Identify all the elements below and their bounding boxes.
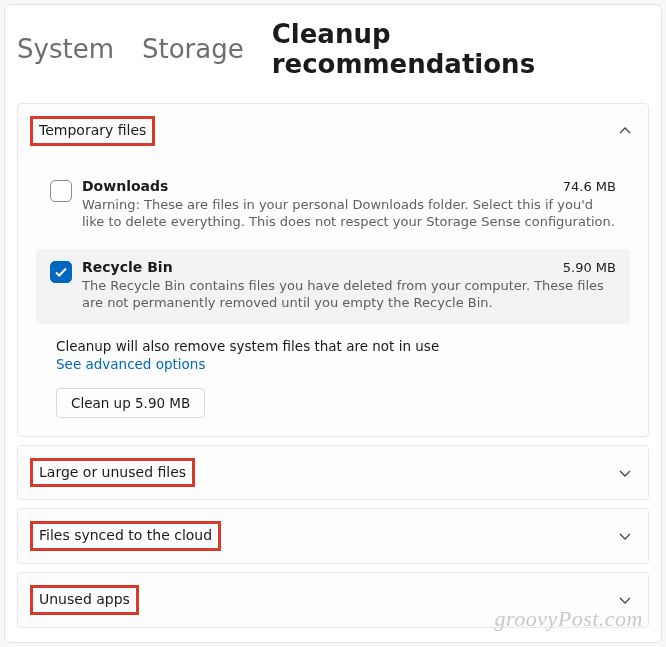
section-temporary-files: Temporary files Downloads 74.6 MB Warnin…	[17, 103, 649, 437]
item-description: Warning: These are files in your persona…	[82, 196, 616, 231]
section-unused-apps: Unused apps	[17, 572, 649, 628]
section-title: Temporary files	[30, 116, 155, 146]
chevron-up-icon	[618, 124, 632, 138]
item-title: Downloads	[82, 178, 168, 194]
item-description: The Recycle Bin contains files you have …	[82, 277, 616, 312]
cleanup-item-downloads: Downloads 74.6 MB Warning: These are fil…	[36, 168, 630, 243]
checkbox-downloads[interactable]	[50, 180, 72, 202]
section-header-temporary-files[interactable]: Temporary files	[18, 104, 648, 158]
section-header-unused-apps[interactable]: Unused apps	[18, 573, 648, 627]
section-header-cloud-files[interactable]: Files synced to the cloud	[18, 509, 648, 563]
cleanup-note: Cleanup will also remove system files th…	[56, 338, 630, 354]
cleanup-button[interactable]: Clean up 5.90 MB	[56, 388, 205, 418]
breadcrumb: System Storage Cleanup recommendations	[17, 19, 649, 79]
section-title: Unused apps	[30, 585, 139, 615]
breadcrumb-system[interactable]: System	[17, 34, 114, 64]
section-cloud-files: Files synced to the cloud	[17, 508, 649, 564]
breadcrumb-storage[interactable]: Storage	[142, 34, 244, 64]
chevron-down-icon	[618, 529, 632, 543]
section-body-temporary-files: Downloads 74.6 MB Warning: These are fil…	[18, 158, 648, 436]
item-size: 74.6 MB	[563, 179, 616, 194]
section-title: Files synced to the cloud	[30, 521, 221, 551]
section-large-files: Large or unused files	[17, 445, 649, 501]
chevron-down-icon	[618, 466, 632, 480]
item-title: Recycle Bin	[82, 259, 173, 275]
cleanup-item-recycle-bin: Recycle Bin 5.90 MB The Recycle Bin cont…	[36, 249, 630, 324]
page-title: Cleanup recommendations	[272, 19, 649, 79]
item-size: 5.90 MB	[563, 260, 616, 275]
see-advanced-options-link[interactable]: See advanced options	[56, 356, 630, 372]
chevron-down-icon	[618, 593, 632, 607]
section-title: Large or unused files	[30, 458, 195, 488]
checkbox-recycle-bin[interactable]	[50, 261, 72, 283]
settings-window: System Storage Cleanup recommendations T…	[4, 4, 662, 643]
section-header-large-files[interactable]: Large or unused files	[18, 446, 648, 500]
